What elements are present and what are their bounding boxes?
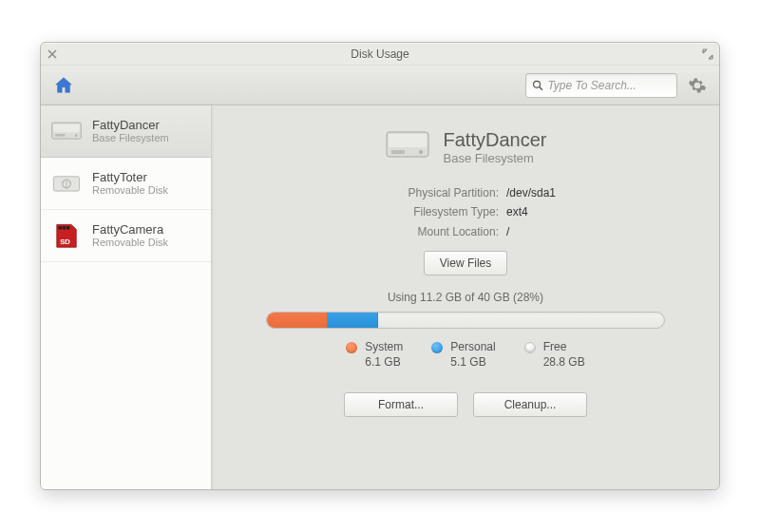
format-button[interactable]: Format...: [344, 392, 458, 417]
toolbar: [41, 66, 719, 105]
svg-point-0: [534, 81, 541, 87]
legend-item-free: Free 28.8 GB: [524, 340, 585, 370]
legend-label: Personal: [450, 340, 495, 355]
svg-rect-8: [63, 226, 66, 229]
sidebar-item-fattydancer[interactable]: FattyDancer Base Filesystem: [41, 105, 211, 158]
svg-rect-13: [391, 150, 405, 154]
sidebar-item-label: FattyToter: [92, 170, 168, 185]
device-header: FattyDancer Base Filesystem: [385, 124, 547, 170]
device-subtitle: Base Filesystem: [444, 151, 547, 165]
home-icon: [53, 75, 74, 96]
device-title: FattyDancer: [444, 129, 547, 151]
search-field[interactable]: [525, 73, 677, 98]
search-input[interactable]: [547, 79, 671, 92]
hdd-icon: [50, 115, 83, 147]
app-window: Disk Usage: [40, 42, 720, 490]
svg-text:SD: SD: [60, 237, 70, 245]
legend-item-system: System 6.1 GB: [346, 340, 403, 370]
cleanup-button[interactable]: Cleanup...: [473, 392, 587, 417]
legend-dot-icon: [346, 342, 357, 353]
sidebar-item-fattycamera[interactable]: SD FattyCamera Removable Disk: [41, 210, 211, 262]
settings-button[interactable]: [685, 73, 710, 98]
svg-rect-12: [389, 134, 427, 147]
legend-item-personal: Personal 5.1 GB: [431, 340, 495, 370]
usage-summary: Using 11.2 GB of 40 GB (28%): [388, 291, 543, 304]
sd-card-icon: SD: [50, 219, 83, 252]
usage-bar: [266, 312, 665, 329]
usage-segment-personal: [328, 313, 378, 328]
view-files-button[interactable]: View Files: [424, 251, 507, 276]
usage-segment-system: [267, 313, 328, 328]
prop-value-partition: /dev/sda1: [506, 183, 556, 202]
home-button[interactable]: [50, 72, 77, 99]
close-icon[interactable]: [47, 48, 58, 60]
legend-dot-icon: [431, 342, 443, 353]
prop-value-fstype: ext4: [506, 202, 528, 221]
sidebar-item-label: FattyDancer: [92, 118, 169, 133]
usb-drive-icon: [50, 167, 83, 200]
device-properties: Physical Partition: /dev/sda1 Filesystem…: [375, 183, 556, 241]
hdd-icon: [385, 124, 430, 170]
svg-point-14: [419, 150, 423, 154]
legend-label: Free: [543, 340, 585, 355]
prop-value-mount: /: [506, 222, 509, 241]
legend-dot-icon: [524, 342, 536, 353]
window-title: Disk Usage: [351, 48, 408, 61]
svg-rect-2: [53, 124, 79, 132]
svg-rect-7: [59, 226, 62, 229]
prop-label-partition: Physical Partition:: [375, 183, 499, 202]
content-area: FattyDancer Base Filesystem FattyToter R…: [41, 105, 719, 489]
legend-value: 28.8 GB: [543, 355, 585, 370]
legend-value: 6.1 GB: [365, 355, 403, 370]
titlebar: Disk Usage: [41, 43, 719, 66]
prop-label-fstype: Filesystem Type:: [375, 202, 499, 221]
search-icon: [532, 79, 543, 92]
sidebar-item-subtitle: Base Filesystem: [92, 132, 169, 144]
sidebar-item-fattytoter[interactable]: FattyToter Removable Disk: [41, 158, 211, 210]
maximize-icon[interactable]: [702, 48, 713, 60]
sidebar-item-subtitle: Removable Disk: [92, 237, 168, 249]
prop-label-mount: Mount Location:: [375, 222, 499, 241]
legend-value: 5.1 GB: [450, 355, 495, 370]
sidebar: FattyDancer Base Filesystem FattyToter R…: [41, 105, 212, 489]
legend-label: System: [365, 340, 403, 355]
svg-point-4: [75, 135, 78, 138]
sidebar-item-subtitle: Removable Disk: [92, 184, 168, 197]
main-panel: FattyDancer Base Filesystem Physical Par…: [212, 105, 719, 489]
svg-rect-9: [66, 226, 69, 229]
sidebar-item-label: FattyCamera: [92, 222, 168, 238]
svg-rect-3: [55, 134, 65, 137]
usage-legend: System 6.1 GB Personal 5.1 GB Free 28.: [346, 340, 584, 370]
gear-icon: [688, 76, 707, 95]
